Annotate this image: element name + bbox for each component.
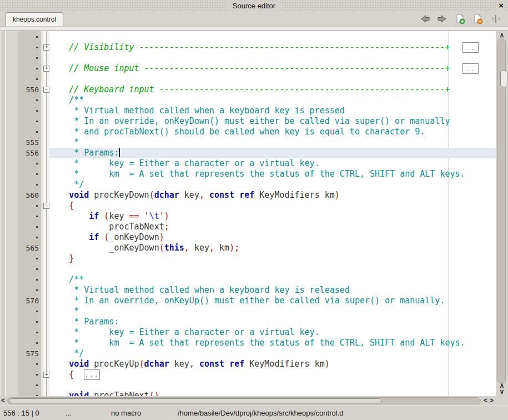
- editor-toolbar: [418, 13, 502, 25]
- code-line[interactable]: */: [0, 179, 496, 190]
- line-dot: [36, 47, 38, 48]
- code-line[interactable]: 565 _onKeyDown(this, key, km);: [0, 243, 496, 253]
- fold-expand-icon[interactable]: +: [43, 66, 49, 72]
- line-dot: [36, 216, 38, 217]
- line-dot: [36, 99, 38, 101]
- code-text: /**: [49, 274, 84, 285]
- code-line[interactable]: * and procTabNext() should be called whe…: [0, 127, 496, 137]
- code-text: if (_onKeyDown): [49, 232, 164, 243]
- code-text: * Virtual method called when a keyboard …: [49, 106, 345, 116]
- code-line[interactable]: 555 *: [0, 137, 496, 148]
- code-line[interactable]: * km = A set that represents the status …: [0, 169, 496, 179]
- code-line[interactable]: 575 */: [0, 348, 496, 359]
- fold-collapse-icon[interactable]: -: [43, 87, 49, 93]
- scroll-right-icon[interactable]: >: [490, 397, 494, 404]
- splitter-icon: [491, 14, 500, 24]
- line-dot: [36, 395, 38, 396]
- code-line[interactable]: * key = Either a character or a virtual …: [0, 158, 496, 169]
- line-dot: [36, 321, 38, 323]
- code-text: if (key == '\t'): [49, 211, 169, 222]
- code-line[interactable]: * Virtual method called when a keyboard …: [0, 106, 496, 116]
- vertical-scrollbar[interactable]: ∧ ∧ ∨: [496, 31, 508, 396]
- code-line[interactable]: void procKeyUp(dchar key, const ref KeyM…: [0, 359, 496, 369]
- detach-editor-button[interactable]: [489, 13, 502, 25]
- folded-ellipsis[interactable]: ...: [462, 42, 479, 53]
- code-line[interactable]: * Params:: [0, 317, 496, 327]
- code-line[interactable]: 560 void procKeyDown(dchar key, const re…: [0, 190, 496, 201]
- code-text: * In an override, onKeyUp() must either …: [49, 296, 445, 306]
- code-area[interactable]: + // Visibility ------------------------…: [0, 32, 496, 396]
- code-line[interactable]: [0, 380, 496, 391]
- close-window-icon[interactable]: ×: [497, 0, 505, 11]
- line-dot: [36, 163, 38, 164]
- scroll-left2-icon[interactable]: <: [484, 397, 487, 404]
- code-line[interactable]: if (_onKeyDown): [0, 232, 496, 243]
- line-dot: [36, 342, 38, 344]
- scroll-up-icon[interactable]: ∧: [496, 32, 508, 38]
- code-line[interactable]: 570 * In an override, onKeyUp() must eit…: [0, 296, 496, 306]
- code-line[interactable]: void procTabNext(): [0, 391, 496, 396]
- code-line[interactable]: * Virtual method called when a keyboard …: [0, 285, 496, 296]
- horizontal-scroll-track[interactable]: [7, 397, 481, 404]
- code-text: void procKeyUp(dchar key, const ref KeyM…: [49, 359, 330, 369]
- arrow-right-icon: [436, 14, 449, 24]
- folded-ellipsis[interactable]: ...: [462, 63, 479, 74]
- code-text: */: [49, 179, 84, 190]
- line-dot: [36, 121, 38, 122]
- fold-expand-icon[interactable]: +: [43, 372, 49, 378]
- line-dot: [36, 36, 38, 38]
- source-editor[interactable]: + // Visibility ------------------------…: [0, 31, 508, 396]
- window-titlebar[interactable]: Source editor ×: [0, 0, 508, 11]
- horizontal-scrollbar[interactable]: < < >: [0, 396, 508, 406]
- code-line[interactable]: /**: [0, 274, 496, 285]
- code-line[interactable]: [0, 32, 496, 42]
- code-line[interactable]: 556 * Params:: [0, 148, 496, 158]
- vertical-scroll-track[interactable]: [497, 38, 506, 384]
- folded-ellipsis[interactable]: ...: [84, 369, 100, 380]
- code-text: * key = Either a character or a virtual …: [49, 327, 320, 338]
- code-line[interactable]: }: [0, 253, 496, 264]
- code-line[interactable]: /**: [0, 95, 496, 106]
- code-line[interactable]: procTabNext;: [0, 222, 496, 232]
- line-number: 570: [16, 297, 39, 305]
- document-add-icon: [455, 13, 466, 24]
- navigate-forward-button[interactable]: [436, 13, 449, 25]
- code-text: // Keyboard input ----------------------…: [49, 84, 450, 95]
- code-line[interactable]: * km = A set that represents the status …: [0, 338, 496, 348]
- fold-collapse-icon[interactable]: -: [43, 203, 49, 209]
- code-line[interactable]: *: [0, 306, 496, 317]
- code-line[interactable]: [0, 53, 496, 63]
- code-line[interactable]: * In an override, onKeyDown() must eithe…: [0, 116, 496, 127]
- document-remove-icon: [472, 13, 484, 24]
- code-line[interactable]: - {: [0, 201, 496, 211]
- code-line[interactable]: + // Mouse input -----------------------…: [0, 63, 496, 74]
- line-number: 565: [16, 244, 39, 252]
- line-dot: [36, 226, 38, 228]
- line-dot: [36, 205, 38, 207]
- new-document-button[interactable]: [454, 13, 467, 25]
- scroll-down-icon[interactable]: ∨: [496, 389, 508, 395]
- code-line[interactable]: if (key == '\t'): [0, 211, 496, 222]
- fold-expand-icon[interactable]: +: [43, 44, 49, 51]
- line-dot: [36, 110, 38, 112]
- code-line[interactable]: + // Visibility ------------------------…: [0, 42, 496, 53]
- code-line[interactable]: * key = Either a character or a virtual …: [0, 327, 496, 338]
- horizontal-scroll-thumb[interactable]: [9, 398, 382, 403]
- code-text: * key = Either a character or a virtual …: [49, 158, 320, 169]
- line-dot: [36, 332, 38, 333]
- code-line[interactable]: [0, 264, 496, 274]
- code-line[interactable]: [0, 74, 496, 84]
- vertical-scroll-thumb[interactable]: [500, 71, 507, 87]
- code-line[interactable]: + {...: [0, 369, 496, 380]
- scroll-left-icon[interactable]: <: [1, 397, 5, 404]
- close-document-button[interactable]: [471, 13, 485, 25]
- text-caret: [119, 148, 120, 157]
- code-text: // Mouse input -------------------------…: [49, 63, 450, 74]
- code-line[interactable]: 550- // Keyboard input -----------------…: [0, 84, 496, 95]
- line-dot: [36, 237, 38, 238]
- code-text: *: [49, 306, 79, 317]
- line-number: 550: [16, 86, 39, 94]
- tab-kheops-control[interactable]: kheops.control: [6, 12, 63, 26]
- navigate-back-button[interactable]: [418, 13, 431, 25]
- window-title: Source editor: [227, 2, 281, 10]
